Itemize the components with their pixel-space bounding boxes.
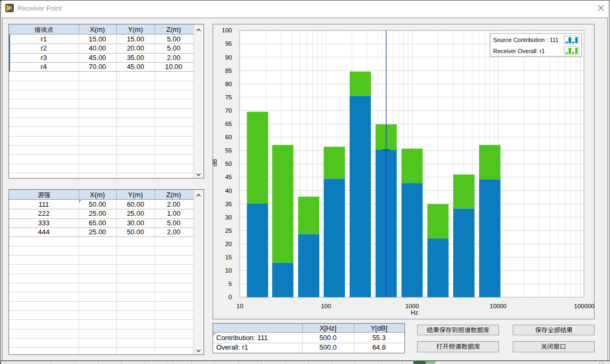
svg-text:Source Contribution : 111: Source Contribution : 111 [493, 37, 558, 43]
svg-text:20: 20 [225, 241, 232, 247]
svg-text:80: 80 [225, 81, 232, 87]
svg-text:90: 90 [225, 54, 232, 61]
svg-text:0: 0 [228, 294, 232, 300]
svg-text:Hz: Hz [411, 309, 418, 316]
svg-text:70: 70 [225, 107, 232, 114]
svg-text:55: 55 [225, 147, 232, 154]
svg-text:10: 10 [225, 267, 232, 274]
svg-text:10000: 10000 [490, 303, 507, 309]
svg-text:10: 10 [236, 303, 243, 309]
svg-text:15: 15 [225, 254, 232, 260]
svg-text:100: 100 [222, 27, 232, 33]
svg-text:1000: 1000 [405, 303, 419, 309]
svg-text:5: 5 [228, 281, 232, 287]
svg-text:45: 45 [225, 174, 232, 180]
svg-text:60: 60 [225, 134, 232, 140]
svg-text:65: 65 [225, 121, 232, 127]
svg-text:100000: 100000 [574, 303, 594, 309]
svg-text:25: 25 [225, 227, 232, 234]
svg-text:35: 35 [225, 201, 232, 207]
svg-text:Receiver Overall: r1: Receiver Overall: r1 [493, 48, 545, 54]
svg-text:75: 75 [225, 94, 232, 100]
svg-text:50: 50 [225, 160, 232, 167]
svg-text:100: 100 [321, 303, 331, 309]
svg-text:dB: dB [213, 159, 218, 166]
svg-text:95: 95 [225, 40, 232, 47]
svg-text:85: 85 [225, 67, 232, 74]
svg-text:40: 40 [225, 188, 232, 194]
svg-text:30: 30 [225, 214, 232, 221]
